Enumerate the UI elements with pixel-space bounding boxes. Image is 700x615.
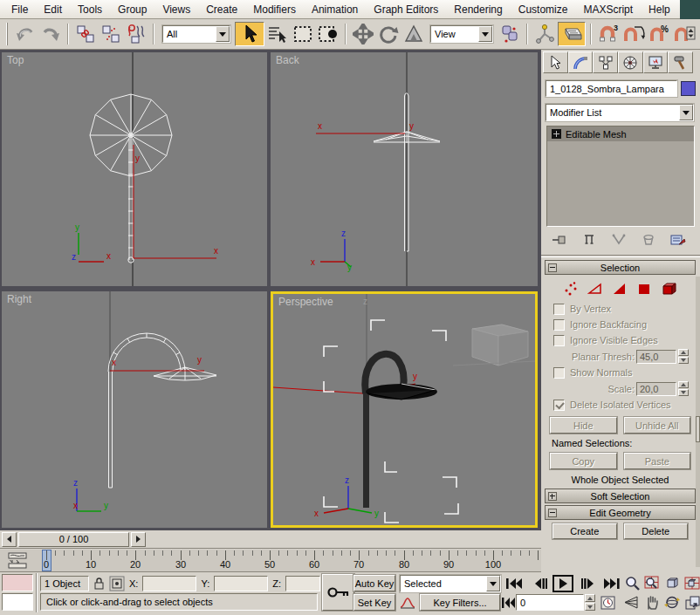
set-keys-button[interactable]: [322, 574, 354, 611]
percent-snap-toggle-button[interactable]: %: [647, 22, 671, 46]
default-in-out-tangent-button[interactable]: [399, 594, 416, 611]
viewport-back[interactable]: Back x y z x y: [271, 52, 538, 286]
auto-key-button[interactable]: Auto Key: [353, 575, 395, 591]
modifier-list-dropdown[interactable]: Modifier List: [546, 104, 694, 121]
menu-file[interactable]: File: [3, 1, 36, 18]
viewport-perspective-active[interactable]: Perspective z y: [271, 291, 538, 528]
edit-geometry-header[interactable]: Edit Geometry: [545, 505, 696, 520]
absolute-offset-toggle-icon[interactable]: [109, 576, 125, 591]
selection-filter-dropdown[interactable]: All: [162, 25, 230, 43]
delete-isolated-vertices-row[interactable]: Delete Isolated Vertices: [546, 397, 694, 413]
menu-animation[interactable]: Animation: [304, 1, 366, 18]
dropdown-arrow-icon[interactable]: [486, 576, 500, 591]
menu-edit[interactable]: Edit: [36, 1, 70, 18]
x-coordinate-field[interactable]: [142, 576, 196, 591]
object-name-field[interactable]: 1_0128_Sombra_Lampara: [546, 80, 677, 97]
arc-rotate-button[interactable]: [662, 594, 682, 611]
panel-scroll-handle[interactable]: [696, 416, 700, 442]
menu-group[interactable]: Group: [110, 1, 154, 18]
select-object-button[interactable]: [235, 22, 264, 46]
spinner-snap-toggle-button[interactable]: [672, 22, 697, 46]
play-animation-button[interactable]: [552, 575, 573, 592]
unhide-all-button[interactable]: Unhide All: [624, 417, 691, 434]
window-crossing-toggle-button[interactable]: [316, 22, 340, 46]
previous-frame-arrow[interactable]: [2, 532, 17, 547]
time-configuration-button[interactable]: [598, 594, 617, 611]
use-pivot-center-button[interactable]: [498, 22, 522, 46]
normals-scale-field[interactable]: 20,0: [636, 382, 676, 396]
object-color-swatch[interactable]: [681, 81, 696, 96]
select-by-name-button[interactable]: [265, 22, 290, 46]
undo-button[interactable]: [13, 22, 38, 46]
copy-button[interactable]: Copy: [550, 453, 617, 469]
by-vertex-checkbox[interactable]: [553, 304, 565, 315]
keyboard-override-toggle-button[interactable]: [558, 22, 586, 46]
timeline-ruler[interactable]: 0 10 20 30 40 50 60 70 80 90 100: [31, 550, 541, 572]
select-and-manipulate-button[interactable]: [532, 22, 557, 46]
menu-modifiers[interactable]: Modifiers: [245, 1, 304, 18]
show-normals-checkbox-row[interactable]: Show Normals: [546, 365, 694, 380]
zoom-extents-all-button[interactable]: [683, 575, 700, 591]
zoom-all-button[interactable]: [642, 575, 662, 591]
tab-hierarchy[interactable]: [593, 51, 618, 73]
next-frame-button[interactable]: [577, 575, 598, 591]
set-key-button[interactable]: Set Key: [353, 594, 395, 611]
field-of-view-button[interactable]: [622, 594, 642, 611]
track-bar[interactable]: 0 10 20 30 40 50 60 70 80 90 100: [0, 550, 541, 572]
vertex-subobject-button[interactable]: [563, 281, 579, 297]
menu-rendering[interactable]: Rendering: [446, 1, 510, 18]
tab-modify[interactable]: [568, 51, 594, 73]
show-normals-checkbox[interactable]: [553, 367, 565, 379]
pan-button[interactable]: [642, 594, 662, 611]
select-and-move-button[interactable]: [351, 22, 375, 46]
reference-coordinate-dropdown[interactable]: View: [430, 25, 493, 43]
create-button[interactable]: Create: [552, 523, 617, 539]
menu-graph-editors[interactable]: Graph Editors: [366, 1, 446, 18]
key-mode-toggle-button[interactable]: [500, 594, 518, 611]
select-and-rotate-button[interactable]: [376, 22, 401, 46]
element-subobject-button[interactable]: [661, 281, 678, 297]
viewport-top[interactable]: Top y x y: [2, 52, 267, 286]
z-coordinate-field[interactable]: [285, 576, 320, 591]
select-and-scale-button[interactable]: [401, 22, 426, 46]
stack-item-editable-mesh[interactable]: Editable Mesh: [547, 126, 694, 141]
show-end-result-button[interactable]: [580, 231, 599, 249]
menu-customize[interactable]: Customize: [511, 1, 576, 18]
ignore-backfacing-checkbox[interactable]: [553, 319, 565, 331]
lamp-object[interactable]: [363, 354, 437, 508]
tab-utilities[interactable]: [668, 51, 693, 73]
menu-create[interactable]: Create: [198, 1, 245, 18]
soft-selection-header[interactable]: Soft Selection: [545, 489, 696, 503]
ignore-backfacing-checkbox-row[interactable]: Ignore Backfacing: [546, 317, 694, 332]
face-subobject-button[interactable]: [612, 281, 628, 297]
viewport-perspective-label[interactable]: Perspective: [278, 296, 333, 308]
zoom-button[interactable]: [622, 575, 642, 591]
key-filter-set-dropdown[interactable]: Selected: [400, 575, 501, 592]
remove-modifier-button[interactable]: [639, 231, 658, 249]
dropdown-arrow-icon[interactable]: [216, 26, 230, 42]
collapse-plus-icon[interactable]: [548, 492, 557, 501]
dropdown-arrow-icon[interactable]: [679, 105, 693, 120]
angle-snap-toggle-button[interactable]: [621, 22, 646, 46]
bind-to-space-warp-button[interactable]: [124, 22, 148, 46]
ignore-visible-edges-checkbox[interactable]: [553, 335, 565, 346]
open-mini-curve-editor-button[interactable]: [6, 552, 29, 570]
viewport-right-label[interactable]: Right: [7, 293, 31, 305]
modifier-stack[interactable]: Editable Mesh: [546, 126, 695, 227]
viewport-right[interactable]: Right x y z x: [2, 291, 267, 528]
menu-tools[interactable]: Tools: [70, 1, 110, 18]
paste-button[interactable]: Paste: [624, 453, 691, 469]
redo-button[interactable]: [38, 22, 63, 46]
menu-views[interactable]: Views: [154, 1, 198, 18]
frame-spinner[interactable]: [585, 594, 595, 611]
delete-button[interactable]: Delete: [624, 523, 689, 539]
by-vertex-checkbox-row[interactable]: By Vertex: [546, 301, 694, 317]
next-frame-arrow[interactable]: [131, 532, 146, 547]
planar-thresh-spinner[interactable]: [678, 349, 689, 364]
panel-scrollbar[interactable]: [696, 277, 700, 567]
collapse-minus-icon[interactable]: [548, 263, 557, 272]
maxscript-listener-input[interactable]: [2, 593, 33, 611]
tab-motion[interactable]: [618, 51, 643, 73]
maximize-viewport-toggle-button[interactable]: [683, 594, 700, 611]
viewport-top-label[interactable]: Top: [7, 54, 24, 66]
